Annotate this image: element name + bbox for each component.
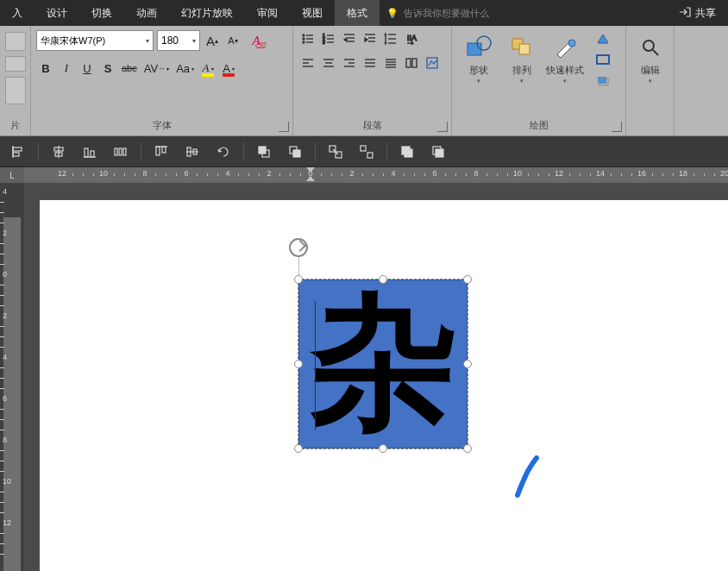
shadow-button[interactable]: S: [98, 57, 117, 79]
cut-button[interactable]: [5, 56, 26, 72]
svg-rect-60: [115, 148, 117, 155]
group-button[interactable]: [324, 141, 347, 163]
handle-nw[interactable]: [294, 275, 303, 284]
tab-review[interactable]: 审阅: [245, 0, 290, 26]
shape-fill-button[interactable]: [590, 29, 616, 48]
align-center-button[interactable]: [319, 53, 338, 72]
tab-transitions[interactable]: 切换: [79, 0, 124, 26]
font-size-combo[interactable]: 180▾: [157, 30, 200, 51]
shape-outline-button[interactable]: [590, 50, 616, 69]
align-middle-button[interactable]: [181, 141, 204, 163]
align-right-button[interactable]: [340, 53, 359, 72]
grow-font-button[interactable]: A▴: [204, 31, 221, 50]
font-color-button[interactable]: A▾: [219, 57, 238, 79]
rotate-button[interactable]: [212, 141, 235, 163]
numbering-button[interactable]: 123: [319, 29, 338, 48]
italic-button[interactable]: I: [57, 57, 76, 79]
slide[interactable]: 杂: [40, 200, 728, 571]
bold-button[interactable]: B: [36, 57, 55, 79]
ruler-h-label: 10: [99, 169, 108, 178]
handle-n[interactable]: [379, 275, 387, 284]
share-button[interactable]: 共享: [667, 6, 728, 21]
distribute-horizontal-button[interactable]: [110, 141, 132, 163]
font-dialog-launcher[interactable]: [279, 122, 289, 132]
ruler-h-label: 12: [58, 169, 66, 178]
char-spacing-button[interactable]: AV↔▾: [141, 57, 172, 79]
smartart-button[interactable]: [423, 53, 442, 72]
ruler-h-label: 4: [225, 169, 229, 178]
svg-rect-65: [162, 147, 166, 153]
tab-design[interactable]: 设计: [35, 0, 79, 26]
align-bottom-button[interactable]: [78, 141, 101, 163]
tab-animations[interactable]: 动画: [124, 0, 169, 26]
strikethrough-button[interactable]: abc: [119, 57, 140, 79]
distribute-button[interactable]: [381, 53, 400, 72]
svg-rect-38: [406, 59, 411, 67]
handle-e[interactable]: [463, 360, 472, 368]
svg-rect-80: [436, 149, 443, 157]
underline-button[interactable]: U: [78, 57, 97, 79]
change-case-button[interactable]: Aa▾: [173, 57, 197, 79]
tab-format[interactable]: 格式: [335, 0, 380, 26]
shape-effects-button[interactable]: [590, 71, 616, 90]
bring-front-button[interactable]: [396, 141, 418, 163]
highlight-button[interactable]: A▾: [198, 57, 217, 79]
vertical-ruler[interactable]: 42024681012: [0, 183, 24, 571]
indent-marker[interactable]: [306, 167, 315, 173]
align-left-edges-button[interactable]: [7, 141, 29, 163]
handle-sw[interactable]: [294, 444, 303, 453]
handle-w[interactable]: [294, 360, 303, 368]
horizontal-ruler[interactable]: 1210864202468101214161820: [24, 167, 728, 183]
shrink-font-button[interactable]: A▾: [224, 31, 242, 50]
tell-me-search[interactable]: 💡 告诉我你想要做什么: [386, 7, 489, 20]
text-direction-button[interactable]: IIA: [402, 29, 421, 48]
ruler-v-label: 4: [3, 187, 7, 196]
ruler-h-label: 2: [349, 169, 354, 178]
ruler-v-label: 10: [3, 477, 11, 486]
clipboard-label: 片: [5, 116, 25, 135]
send-back-button[interactable]: [427, 141, 449, 163]
shape-text[interactable]: 杂: [299, 280, 467, 448]
svg-rect-52: [13, 147, 22, 151]
text-cursor: [315, 301, 316, 430]
ink-stroke[interactable]: [511, 455, 545, 499]
bullets-button[interactable]: [298, 29, 317, 48]
paste-button[interactable]: [5, 32, 26, 51]
tab-insert[interactable]: 入: [0, 0, 35, 26]
send-backward-button[interactable]: [284, 141, 306, 163]
decrease-indent-button[interactable]: [340, 29, 359, 48]
handle-s[interactable]: [379, 444, 387, 453]
columns-button[interactable]: [402, 53, 421, 72]
handle-ne[interactable]: [463, 275, 472, 284]
line-spacing-button[interactable]: [381, 29, 400, 48]
copy-button[interactable]: [5, 77, 26, 104]
tab-slideshow[interactable]: 幻灯片放映: [169, 0, 245, 26]
justify-button[interactable]: [361, 53, 380, 72]
rotation-handle[interactable]: [289, 238, 308, 257]
align-left-button[interactable]: [298, 53, 317, 72]
increase-indent-button[interactable]: [361, 29, 380, 48]
font-name-combo[interactable]: 华康宋体W7(P)▾: [36, 30, 154, 51]
paragraph-dialog-launcher[interactable]: [437, 122, 448, 132]
ruler-v-label: 8: [3, 436, 7, 444]
bring-forward-button[interactable]: [253, 141, 275, 163]
slide-canvas[interactable]: 杂: [24, 183, 728, 571]
ungroup-button[interactable]: [355, 141, 378, 163]
svg-text:IIA: IIA: [407, 34, 417, 42]
text-shape[interactable]: 杂: [298, 279, 468, 449]
quick-styles-button[interactable]: 快速样式▾: [543, 29, 587, 88]
shapes-button[interactable]: 形状▾: [457, 29, 500, 88]
align-horizontal-center-button[interactable]: [47, 141, 70, 163]
clear-format-button[interactable]: A⌫: [245, 29, 267, 52]
arrange-button[interactable]: 排列▾: [500, 29, 543, 88]
ruler-h-label: 8: [142, 169, 147, 178]
tab-view[interactable]: 视图: [290, 0, 335, 26]
svg-rect-40: [427, 58, 437, 68]
drawing-dialog-launcher[interactable]: [612, 122, 622, 132]
align-top-button[interactable]: [150, 141, 173, 163]
shapes-icon: [465, 33, 493, 62]
find-button[interactable]: 编辑▾: [631, 29, 668, 88]
handle-se[interactable]: [463, 444, 472, 453]
group-font: 华康宋体W7(P)▾ 180▾ A▴ A▾ A⌫ B I U S abc AV↔…: [31, 26, 293, 135]
ruler-h-label: 2: [267, 169, 271, 178]
